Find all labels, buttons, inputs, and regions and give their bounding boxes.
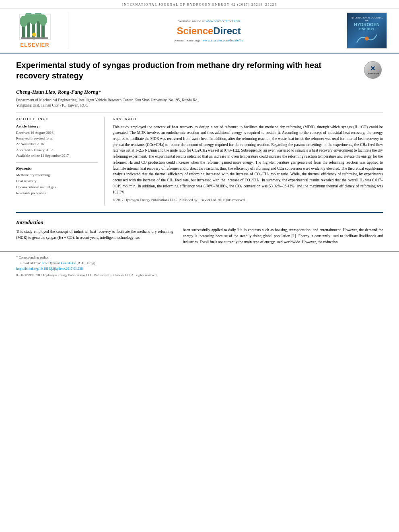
svg-point-11 — [32, 33, 36, 37]
sciencedirect-logo-part1: Science — [177, 25, 214, 36]
journal-homepage-line: journal homepage: www.elsevier.com/locat… — [175, 38, 243, 42]
authors-text: Cheng-Hsun Liao, Rong-Fang Horng* — [16, 89, 101, 95]
accepted-date: Accepted 6 January 2017 — [16, 147, 98, 153]
journal-header-bar: International Journal of Hydrogen Energy… — [0, 0, 399, 8]
affiliation: Department of Mechanical Engineering, In… — [16, 98, 383, 109]
keyword-4: Reactants preheating — [16, 190, 98, 196]
intro-title: Introduction — [16, 219, 173, 226]
cover-hydrogen-text: HYDROGEN — [354, 22, 380, 27]
footnote-email-name: (R.-F. Horng). — [76, 261, 96, 265]
elsevier-tree-icon — [19, 13, 51, 41]
article-history-title: Article history: — [16, 124, 98, 128]
footnote-email-link[interactable]: hrf733@mail.ksu.edu.tw — [42, 261, 76, 265]
svg-point-9 — [39, 14, 47, 26]
available-online-text: Available online at www.sciencedirect.co… — [177, 19, 240, 23]
keyword-3: Unconventional natural gas — [16, 184, 98, 190]
journal-homepage-url[interactable]: www.elsevier.com/locate/he — [202, 38, 243, 42]
crossmark-circle: ✕ CrossMark — [364, 61, 382, 79]
right-col-abstract: Abstract This study employed the concept… — [113, 117, 383, 206]
body-right: been successfully applied to daily life … — [183, 219, 383, 245]
sciencedirect-logo-part2: Direct — [213, 25, 241, 36]
affiliation-line1: Department of Mechanical Engineering, In… — [16, 98, 199, 102]
abstract-copyright: © 2017 Hydrogen Energy Publications LLC.… — [113, 197, 383, 203]
body-section: Introduction This study employed the con… — [0, 213, 399, 245]
keyword-2: Heat recovery — [16, 178, 98, 184]
intro-right-text: been successfully applied to daily life … — [183, 227, 383, 245]
cover-energy-text: ENERGY — [359, 27, 374, 31]
journal-homepage-label: journal homepage: — [175, 38, 202, 42]
footnote-doi-link[interactable]: http://dx.doi.org/10.1016/j.ijhydene.201… — [16, 267, 83, 271]
right-cover: International Journal of HYDROGEN ENERGY — [343, 12, 391, 49]
journal-header-text: International Journal of Hydrogen Energy… — [122, 2, 277, 6]
svg-point-14 — [365, 37, 369, 41]
cover-graphic — [355, 33, 379, 45]
divider-after-affiliation — [16, 113, 383, 113]
footnote-corresponding: * Corresponding author. — [16, 255, 383, 261]
left-col-article-info: Article Info Article history: Received 1… — [16, 117, 105, 206]
article-body-columns: Article Info Article history: Received 1… — [16, 117, 383, 206]
footnote-section: * Corresponding author. E-mail address: … — [0, 251, 399, 279]
received-revised-label: Received in revised form — [16, 136, 98, 141]
body-two-col: Introduction This study employed the con… — [16, 219, 383, 245]
elsevier-wordmark: ELSEVIER — [20, 42, 49, 48]
intro-left-text: This study employed the concept of indus… — [16, 229, 173, 240]
abstract-paragraph: This study employed the concept of heat … — [113, 124, 383, 195]
keyword-1: Methane dry reforming — [16, 172, 98, 178]
sciencedirect-url[interactable]: www.sciencedirect.com — [206, 19, 240, 23]
article-title-section: Experimental study of syngas production … — [16, 60, 383, 84]
footnote-email-line: E-mail address: hrf733@mail.ksu.edu.tw (… — [16, 261, 383, 266]
center-section: Available online at www.sciencedirect.co… — [75, 12, 343, 49]
divider-keywords — [16, 162, 98, 162]
authors: Cheng-Hsun Liao, Rong-Fang Horng* — [16, 89, 383, 95]
cover-intl-text: International Journal of — [349, 16, 385, 22]
available-online-date: Available online 11 September 2017 — [16, 153, 98, 158]
article-info-section-title: Article Info — [16, 117, 98, 121]
top-section: ELSEVIER Available online at www.science… — [0, 8, 399, 53]
crossmark-logo[interactable]: ✕ CrossMark — [363, 60, 383, 80]
footnote-email-label: E-mail address: — [20, 261, 41, 265]
crossmark-cross-icon: ✕ — [366, 65, 379, 72]
received-revised-date: 22 November 2016 — [16, 141, 98, 147]
svg-rect-12 — [21, 37, 48, 39]
footnote-doi-line: http://dx.doi.org/10.1016/j.ijhydene.201… — [16, 266, 383, 272]
received-1: Received 16 August 2016 — [16, 130, 98, 136]
elsevier-logo: ELSEVIER — [8, 12, 68, 49]
crossmark-text: ✕ CrossMark — [366, 65, 379, 75]
cover-image: International Journal of HYDROGEN ENERGY — [347, 12, 387, 49]
sciencedirect-logo: ScienceDirect — [177, 25, 241, 37]
footnote-corresponding-label: * Corresponding author. — [16, 255, 49, 259]
main-content: Experimental study of syngas production … — [0, 53, 399, 205]
article-title: Experimental study of syngas production … — [16, 60, 363, 81]
affiliation-line2: Yungkang Dist, Tainan City 710, Taiwan, … — [16, 103, 88, 107]
body-left: Introduction This study employed the con… — [16, 219, 173, 245]
abstract-text: This study employed the concept of heat … — [113, 124, 383, 203]
keywords-label: Keywords: — [16, 166, 98, 170]
crossmark-label: CrossMark — [366, 72, 379, 75]
abstract-section-title: Abstract — [113, 117, 383, 121]
elsevier-logo-inner: ELSEVIER — [19, 13, 51, 48]
footnote-issn: 0360-3199/© 2017 Hydrogen Energy Publica… — [16, 273, 383, 277]
